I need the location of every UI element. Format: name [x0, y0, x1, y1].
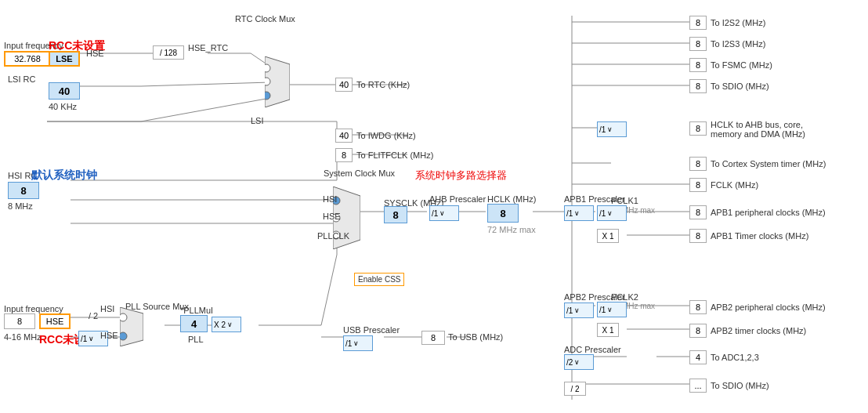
- pclk1-label: PCLK1: [611, 196, 638, 205]
- pll-value-box: 4: [180, 315, 208, 332]
- hclk-ahb2-label: memory and DMA (MHz): [711, 129, 805, 139]
- to-adc-label: To ADC1,2,3: [711, 353, 759, 362]
- pll-hsi-label: HSI: [100, 304, 114, 313]
- cortex-val: 8: [689, 157, 707, 171]
- apb1-timer-label: APB1 Timer clocks (MHz): [711, 231, 808, 241]
- pll-x2-select[interactable]: X 2: [212, 317, 241, 332]
- usb-prescaler-select[interactable]: /1: [343, 335, 373, 351]
- to-iwdg-label: To IWDG (KHz): [356, 131, 416, 140]
- fsmc-val: 8: [689, 58, 707, 72]
- svg-point-50: [265, 64, 270, 72]
- 40khz-label: 40 KHz: [49, 102, 77, 111]
- flitf-out-box: 8: [335, 148, 353, 162]
- hse-top-label: HSE: [86, 49, 104, 58]
- default-sysclk-label: 默认系统时钟: [31, 168, 97, 183]
- hclk-header: HCLK (MHz): [487, 194, 536, 204]
- freq-range-label: 4-16 MHz: [4, 332, 42, 342]
- svg-line-5: [141, 82, 270, 86]
- apb2-timer-val: 8: [689, 324, 707, 338]
- pll-mux-shape: [120, 307, 143, 346]
- to-flitfclk-label: To FLITFCLK (MHz): [356, 150, 433, 160]
- ahb-prescaler-label: AHB Prescaler: [429, 194, 486, 204]
- hsi-div2-label: / 2: [89, 311, 98, 321]
- hclk-ahb-label: HCLK to AHB bus, core,: [711, 120, 803, 129]
- fclk-val: 8: [689, 178, 707, 192]
- sdio-top-val: 8: [689, 79, 707, 93]
- rtc-clock-mux-label: RTC Clock Mux: [235, 14, 295, 24]
- to-usb-label: To USB (MHz): [448, 332, 503, 342]
- svg-marker-57: [120, 307, 143, 346]
- input-freq-label-bottom: Input frequency: [4, 304, 63, 313]
- pclk2-label: PCLK2: [611, 292, 638, 302]
- hse-freq-input[interactable]: 8: [4, 313, 35, 329]
- to-cortex-label: To Cortex System timer (MHz): [711, 159, 826, 168]
- enable-css-btn[interactable]: Enable CSS: [354, 273, 404, 286]
- usb-out-box: 8: [421, 331, 445, 345]
- sysclk-pll-label: PLLCLK: [317, 231, 349, 241]
- to-rtc-label: To RTC (KHz): [356, 80, 410, 89]
- apb2-div1-select[interactable]: /1: [597, 302, 627, 317]
- div128-box: / 128: [153, 45, 184, 60]
- adc-val: 4: [689, 350, 707, 364]
- sysclk-value: 8: [384, 206, 407, 223]
- system-clock-mux-label: System Clock Mux: [324, 168, 395, 178]
- apb1-peripheral-val: 8: [689, 205, 707, 219]
- rtc-out-box: 40: [335, 78, 353, 92]
- apb1-timer-val: 8: [689, 229, 707, 243]
- pll-hse-label: HSE: [100, 331, 118, 340]
- hclk-value: 8: [487, 204, 519, 223]
- hse-rtc-label: HSE_RTC: [188, 43, 228, 53]
- apb2-peripheral-label: APB2 peripheral clocks (MHz): [711, 303, 826, 312]
- fclk-label: FCLK (MHz): [711, 180, 758, 190]
- to-i2s2-label: To I2S2 (MHz): [711, 18, 765, 27]
- adc-prescaler-select[interactable]: /2: [564, 354, 594, 370]
- apb1-peripheral-label: APB1 peripheral clocks (MHz): [711, 208, 826, 217]
- hsi-value-box: 8: [8, 182, 39, 199]
- adc-prescaler-label: ADC Prescaler: [564, 345, 621, 354]
- apb2-timer-label: APB2 timer clocks (MHz): [711, 326, 806, 335]
- apb2-timer-mult: X 1: [597, 323, 619, 337]
- svg-point-52: [265, 92, 270, 100]
- i2s2-val: 8: [689, 16, 707, 30]
- to-fsmc-label: To FSMC (MHz): [711, 60, 772, 70]
- to-sdio-top-label: To SDIO (MHz): [711, 82, 769, 91]
- hse-bottom-box[interactable]: HSE: [39, 313, 71, 329]
- pllmul-label: *PLLMul: [180, 306, 213, 315]
- rtc-mux-shape: [265, 56, 290, 107]
- lse-freq-input[interactable]: 32.768: [4, 51, 51, 67]
- apb1-div1-select[interactable]: /1: [597, 205, 627, 221]
- sysclk-hsi-label: HSI: [323, 194, 337, 204]
- svg-point-58: [120, 313, 127, 321]
- 8mhz-label: 8 MHz: [8, 201, 33, 211]
- sdio-bottom-val: ...: [689, 379, 707, 393]
- apb2-prescaler-select[interactable]: /1: [564, 303, 594, 318]
- lse-value-box: 40: [49, 82, 80, 100]
- sysclk-hse-label: HSE: [323, 212, 341, 221]
- to-i2s3-label: To I2S3 (MHz): [711, 39, 765, 49]
- apb2-peripheral-val: 8: [689, 300, 707, 314]
- iwdg-out-box: 40: [335, 129, 353, 143]
- apb1-prescaler-select[interactable]: /1: [564, 205, 594, 221]
- clock-diagram: Input frequency 32.768 RCC未设置 LSE LSI RC…: [0, 0, 868, 413]
- ahb-prescaler-select[interactable]: /1: [429, 205, 459, 221]
- div2-bottom: / 2: [564, 382, 586, 396]
- to-sdio-bottom-label: To SDIO (MHz): [711, 381, 769, 390]
- svg-point-59: [120, 332, 127, 340]
- hclk-max-label: 72 MHz max: [487, 225, 536, 234]
- svg-line-45: [321, 255, 337, 325]
- sysclk-mux-cn-label: 系统时钟多路选择器: [415, 168, 507, 183]
- hclk-ahb-val: 8: [689, 121, 707, 136]
- svg-point-51: [265, 78, 270, 85]
- div1-top-select[interactable]: /1: [597, 121, 627, 137]
- apb1-timer-mult: X 1: [597, 229, 619, 243]
- lsi-label-mux: LSI: [251, 116, 264, 125]
- pll-label: PLL: [188, 335, 204, 344]
- lsi-rc-label: LSI RC: [8, 74, 35, 84]
- i2s3-val: 8: [689, 37, 707, 51]
- lse-box[interactable]: LSE: [49, 51, 80, 67]
- usb-prescaler-label: USB Prescaler: [343, 325, 400, 335]
